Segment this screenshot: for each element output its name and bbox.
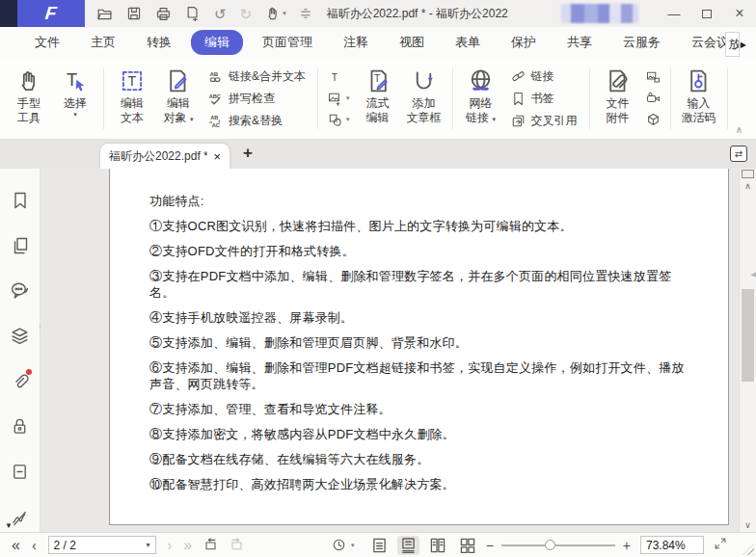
zoom-in-button[interactable]: +	[623, 538, 631, 553]
document-line: ⑩配备智慧打印、高效招聘两大企业场景化解决方案。	[149, 476, 695, 492]
link-merge-text-button[interactable]: AB 链接&合并文本	[208, 68, 306, 85]
edit-text-button[interactable]: T 编辑 文本	[109, 58, 155, 139]
zoom-slider[interactable]	[501, 539, 615, 552]
hand-pointer-icon[interactable]: ▾	[265, 6, 286, 21]
save-icon[interactable]	[126, 6, 142, 21]
add-image-object-button[interactable]	[646, 70, 661, 85]
document-tab-close-icon[interactable]: ×	[213, 149, 221, 164]
ribbon-divider	[452, 67, 453, 129]
add-text-icon: T	[328, 70, 342, 85]
scrollbar-top-cap[interactable]	[742, 170, 754, 178]
tab-form[interactable]: 表单	[440, 30, 496, 55]
layers-panel-icon[interactable]	[10, 326, 30, 346]
document-line: ⑥支持添加、编辑、删除和管理PDF文档超链接和书签，实现自定义操作，例如打开文件…	[149, 359, 695, 392]
tab-edit[interactable]: 编辑	[191, 30, 243, 55]
add-3d-button[interactable]	[646, 113, 661, 127]
file-attachment-button[interactable]: 文件 附件	[595, 58, 641, 139]
tab-comment[interactable]: 注释	[328, 30, 384, 55]
minimize-button[interactable]: —	[658, 0, 690, 27]
pdf-page[interactable]: 功能特点:①支持OCR图文识别，快速将扫描件、图片上的文字转换为可编辑的文本。②…	[109, 169, 729, 525]
add-video-button[interactable]	[646, 92, 661, 106]
undo-icon[interactable]: ↺	[214, 7, 227, 21]
menu-overflow-arrow-icon[interactable]: ▶	[741, 40, 746, 49]
bookmarks-panel-icon[interactable]	[10, 190, 30, 210]
zoom-out-button[interactable]: −	[486, 538, 494, 553]
previous-view-button[interactable]	[203, 537, 218, 553]
hand-tool-label: 手型	[17, 96, 40, 111]
sidebar-more-icon[interactable]: ▼	[5, 521, 13, 530]
media-tools-column	[641, 58, 665, 139]
scroll-down-icon[interactable]: ∨	[740, 520, 756, 530]
add-article-box-button[interactable]: 添加 文章框	[401, 58, 447, 139]
single-page-layout-button[interactable]	[368, 536, 391, 555]
signature-panel-icon[interactable]	[10, 507, 30, 527]
add-shape-button[interactable]: ▾	[328, 113, 350, 127]
comments-panel-icon[interactable]	[10, 280, 30, 301]
redo-icon: ↻	[240, 7, 253, 21]
tab-cloud-service[interactable]: 云服务	[608, 30, 676, 55]
right-panel-handle-icon[interactable]: ◀	[751, 271, 756, 278]
add-image-button[interactable]: ▾	[328, 92, 350, 106]
spell-check-button[interactable]: ABC 拼写检查	[208, 91, 306, 107]
menu-overflow[interactable]: 放 ▶	[725, 32, 746, 57]
add-text-button[interactable]: T	[328, 70, 350, 85]
web-link-button[interactable]: 网络 链接 ▾	[458, 58, 504, 139]
select-tool-icon: T	[63, 65, 88, 96]
document-tab[interactable]: 福昕办公2022.pdf * ×	[100, 144, 230, 169]
zoom-slider-thumb[interactable]	[545, 540, 555, 550]
document-canvas[interactable]: 功能特点:①支持OCR图文识别，快速将扫描件、图片上的文字转换为可编辑的文本。②…	[40, 169, 739, 532]
cross-reference-button[interactable]: 交叉引用	[511, 113, 578, 129]
continuous-layout-button[interactable]	[397, 536, 419, 555]
customize-toolbar-icon[interactable]	[300, 8, 311, 19]
page-dropdown-caret-icon[interactable]: ▾	[147, 541, 150, 549]
account-name-blurred[interactable]	[561, 4, 638, 23]
search-replace-button[interactable]: ABAC 搜索&替换	[208, 113, 306, 129]
tab-protect[interactable]: 保护	[496, 30, 552, 55]
menu-overflow-partial-tab[interactable]: 放	[725, 32, 740, 57]
destinations-panel-icon[interactable]	[10, 462, 30, 482]
view-mode-button[interactable]: ▾	[332, 538, 355, 552]
hand-tool-button[interactable]: 手型 工具	[6, 58, 52, 139]
select-tool-button[interactable]: T 选择 ▾	[52, 58, 98, 139]
edit-object-button[interactable]: 编辑 对象 ▾	[155, 58, 202, 139]
ribbon-collapse-icon[interactable]: ∧	[736, 124, 742, 135]
tab-view[interactable]: 视图	[384, 30, 440, 55]
first-page-button[interactable]: «	[12, 538, 20, 553]
link-button[interactable]: 链接	[511, 68, 578, 85]
previous-page-button[interactable]: ‹	[32, 539, 37, 552]
next-view-button	[230, 537, 244, 553]
security-panel-icon[interactable]	[10, 416, 30, 437]
tab-share[interactable]: 共享	[552, 30, 608, 55]
svg-text:AB: AB	[210, 115, 218, 120]
facing-layout-button[interactable]	[426, 536, 449, 555]
flow-edit-icon: T	[365, 65, 391, 96]
tab-page-manage[interactable]: 页面管理	[247, 30, 328, 55]
scrollbar-thumb[interactable]	[742, 289, 754, 382]
page-number-input[interactable]: 2 / 2 ▾	[48, 536, 156, 554]
tab-file[interactable]: 文件	[19, 30, 75, 55]
maximize-button[interactable]	[690, 0, 723, 27]
edit-object-caret-icon: ▾	[190, 116, 194, 122]
scroll-up-icon[interactable]: ∧	[740, 181, 756, 191]
new-document-icon[interactable]	[185, 6, 201, 21]
new-tab-button[interactable]: +	[243, 144, 253, 163]
attachments-panel-icon[interactable]	[10, 371, 30, 391]
fullscreen-button[interactable]	[714, 537, 727, 553]
tab-home[interactable]: 主页	[75, 30, 131, 55]
tab-convert[interactable]: 转换	[131, 30, 187, 55]
switch-tabs-icon[interactable]: ⇄	[730, 146, 747, 162]
close-button[interactable]: ×	[723, 0, 756, 27]
svg-text:T: T	[67, 70, 77, 90]
enter-activation-code-button[interactable]: 输入 激活码	[676, 58, 722, 139]
print-icon[interactable]	[155, 6, 172, 22]
web-link-icon	[468, 65, 494, 96]
window-resize-grip[interactable]	[742, 544, 754, 555]
facing-continuous-layout-button[interactable]	[456, 536, 479, 555]
pages-panel-icon[interactable]	[10, 235, 30, 255]
flow-edit-button[interactable]: T 流式 编辑	[355, 58, 401, 139]
bookmark-button[interactable]: 书签	[511, 91, 578, 107]
vertical-scrollbar[interactable]: ∧ ∨ ◀	[739, 169, 756, 532]
menu-bar: 文件主页转换编辑页面管理注释视图表单保护共享云服务云会议 放 ▶	[0, 27, 756, 58]
open-folder-icon[interactable]	[96, 6, 113, 22]
zoom-value-input[interactable]: 73.84%	[640, 536, 704, 554]
